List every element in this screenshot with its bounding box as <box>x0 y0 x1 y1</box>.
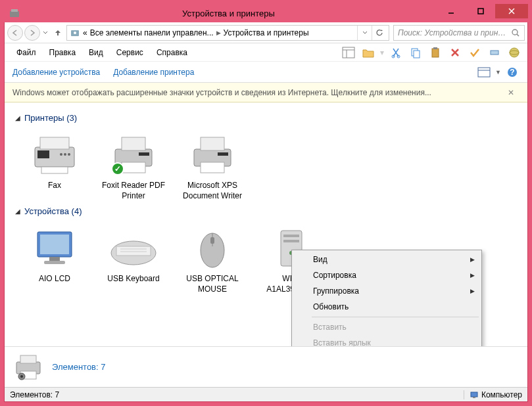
control-panel-icon <box>70 28 80 38</box>
up-button[interactable] <box>51 26 65 40</box>
help-icon[interactable]: ? <box>505 65 520 79</box>
history-dropdown[interactable] <box>41 30 49 35</box>
device-mouse[interactable]: USB OPTICAL MOUSE <box>180 224 245 294</box>
details-printer-icon <box>12 351 44 383</box>
menu-service[interactable]: Сервис <box>110 45 150 60</box>
window-icon <box>8 7 21 20</box>
svg-rect-24 <box>478 68 490 77</box>
submenu-arrow-icon: ▶ <box>470 256 475 263</box>
delete-icon[interactable] <box>447 45 463 60</box>
printers-group-header[interactable]: ◢ Принтеры (3) <box>15 113 517 123</box>
details-pane: Элементов: 7 <box>5 346 527 387</box>
svg-rect-46 <box>44 261 65 264</box>
svg-rect-3 <box>478 9 483 14</box>
window-controls <box>436 4 528 22</box>
svg-rect-18 <box>433 47 437 49</box>
address-bar: « Все элементы панели управлен... ▶ Устр… <box>5 22 527 43</box>
svg-point-31 <box>60 153 62 156</box>
add-printer-link[interactable]: Добавление принтера <box>113 68 194 77</box>
breadcrumb-part-0[interactable]: Все элементы панели управлен... <box>90 28 214 37</box>
svg-rect-44 <box>40 235 69 254</box>
keyboard-icon <box>107 224 160 270</box>
ctx-refresh[interactable]: Обновить <box>293 299 480 315</box>
svg-line-9 <box>517 34 519 36</box>
svg-point-32 <box>64 153 66 156</box>
info-bar[interactable]: Windows может отображать расширенные зна… <box>5 83 527 102</box>
svg-rect-16 <box>414 51 420 58</box>
svg-rect-59 <box>20 355 36 363</box>
close-button[interactable] <box>495 4 528 18</box>
device-keyboard[interactable]: USB Keyboard <box>101 224 166 294</box>
collapse-arrow-icon: ◢ <box>15 114 20 122</box>
refresh-button[interactable] <box>372 26 386 40</box>
ctx-paste: Вставить <box>293 319 480 335</box>
svg-rect-38 <box>139 152 149 156</box>
ctx-grouping[interactable]: Группировка▶ <box>293 283 480 299</box>
svg-rect-30 <box>37 150 49 158</box>
devices-group-header[interactable]: ◢ Устройства (4) <box>15 206 517 216</box>
computer-icon <box>470 390 479 399</box>
rename-icon[interactable] <box>487 45 502 60</box>
device-label: Microsoft XPS Document Writer <box>180 181 245 201</box>
context-menu: Вид▶ Сортировка▶ Группировка▶ Обновить В… <box>291 250 482 346</box>
breadcrumb-prefix: « <box>83 28 87 37</box>
forward-button[interactable] <box>24 25 40 41</box>
layout-icon[interactable] <box>341 45 356 60</box>
svg-rect-36 <box>122 137 145 150</box>
maximize-button[interactable] <box>466 4 495 18</box>
breadcrumb-field[interactable]: « Все элементы панели управлен... ▶ Устр… <box>66 25 389 41</box>
collapse-arrow-icon: ◢ <box>15 208 20 215</box>
cut-icon[interactable] <box>388 45 404 60</box>
svg-rect-37 <box>122 162 145 173</box>
device-label: AIO LCD <box>22 274 87 284</box>
submenu-arrow-icon: ▶ <box>470 288 475 294</box>
breadcrumb-part-1[interactable]: Устройства и принтеры <box>224 28 309 37</box>
add-device-link[interactable]: Добавление устройства <box>12 68 100 77</box>
svg-point-22 <box>510 48 519 57</box>
details-count: Элементов: 7 <box>52 362 105 372</box>
default-check-icon: ✓ <box>111 162 124 175</box>
menu-file[interactable]: Файл <box>10 45 43 60</box>
device-label: USB Keyboard <box>101 274 166 284</box>
info-bar-close[interactable]: ✕ <box>502 88 520 97</box>
back-button[interactable] <box>7 25 23 41</box>
menu-help[interactable]: Справка <box>150 45 194 60</box>
ctx-view[interactable]: Вид▶ <box>293 252 480 267</box>
svg-text:?: ? <box>510 68 514 77</box>
checkmark-icon[interactable] <box>467 45 483 60</box>
minimize-button[interactable] <box>436 4 466 18</box>
printers-row: Fax ✓ Foxit Reader PDF Printer Microsoft… <box>15 131 517 201</box>
device-xps-writer[interactable]: Microsoft XPS Document Writer <box>180 131 245 201</box>
svg-rect-42 <box>218 152 228 156</box>
copy-icon[interactable] <box>408 45 423 60</box>
menu-separator <box>312 317 479 317</box>
folder-icon[interactable] <box>360 45 376 60</box>
menu-bar: Файл Правка Вид Сервис Справка ▾ <box>5 43 527 62</box>
separator-icon: ▾ <box>380 48 384 57</box>
view-options-icon[interactable] <box>477 65 491 79</box>
mouse-icon <box>186 224 239 270</box>
search-input[interactable]: Поиск: Устройства и принте... <box>393 25 525 41</box>
address-dropdown[interactable] <box>357 26 372 40</box>
paste-icon[interactable] <box>427 45 443 60</box>
svg-rect-48 <box>116 246 151 256</box>
toolbar-icons: ▾ <box>341 45 522 60</box>
titlebar: Устройства и принтеры <box>4 4 528 22</box>
printer-icon <box>186 131 239 177</box>
menu-view[interactable]: Вид <box>82 45 110 60</box>
dropdown-arrow-icon[interactable]: ▼ <box>495 69 501 76</box>
ctx-sort[interactable]: Сортировка▶ <box>293 267 480 283</box>
status-bar: Элементов: 7 Компьютер <box>5 387 527 401</box>
printers-group-title: Принтеры (3) <box>24 113 77 123</box>
svg-point-8 <box>512 30 518 35</box>
chevron-right-icon[interactable]: ▶ <box>216 30 221 36</box>
submenu-arrow-icon: ▶ <box>470 272 475 279</box>
svg-point-62 <box>20 375 23 378</box>
svg-rect-1 <box>11 9 18 12</box>
globe-icon[interactable] <box>506 45 522 60</box>
device-fax[interactable]: Fax <box>22 131 87 201</box>
menu-edit[interactable]: Правка <box>43 45 83 60</box>
device-monitor[interactable]: AIO LCD <box>22 224 87 294</box>
device-foxit-printer[interactable]: ✓ Foxit Reader PDF Printer <box>101 131 166 201</box>
svg-rect-53 <box>210 237 214 244</box>
